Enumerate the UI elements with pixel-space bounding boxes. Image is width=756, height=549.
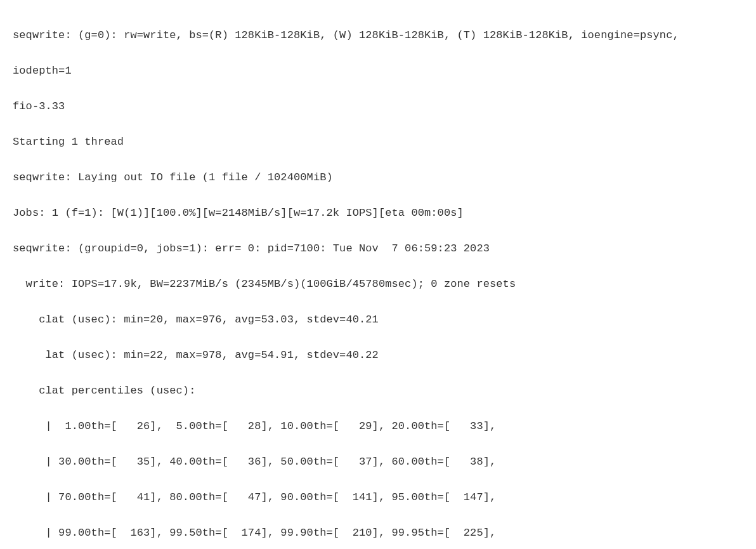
output-line: clat (usec): min=20, max=976, avg=53.03,… bbox=[13, 311, 743, 329]
output-line: | 70.00th=[ 41], 80.00th=[ 47], 90.00th=… bbox=[13, 489, 743, 506]
output-line: Starting 1 thread bbox=[13, 133, 743, 151]
output-line: write: IOPS=17.9k, BW=2237MiB/s (2345MB/… bbox=[13, 275, 743, 293]
output-line: | 99.00th=[ 163], 99.50th=[ 174], 99.90t… bbox=[13, 524, 743, 542]
fio-output-block: seqwrite: (g=0): rw=write, bs=(R) 128KiB… bbox=[13, 9, 743, 549]
output-line: | 1.00th=[ 26], 5.00th=[ 28], 10.00th=[ … bbox=[13, 418, 743, 435]
output-line: seqwrite: Laying out IO file (1 file / 1… bbox=[13, 169, 743, 187]
output-line: iodepth=1 bbox=[13, 62, 743, 80]
output-line: fio-3.33 bbox=[13, 98, 743, 116]
output-line: lat (usec): min=22, max=978, avg=54.91, … bbox=[13, 347, 743, 364]
output-line: Jobs: 1 (f=1): [W(1)][100.0%][w=2148MiB/… bbox=[13, 204, 743, 222]
output-line: seqwrite: (groupid=0, jobs=1): err= 0: p… bbox=[13, 240, 743, 258]
output-line: clat percentiles (usec): bbox=[13, 382, 743, 400]
output-line: seqwrite: (g=0): rw=write, bs=(R) 128KiB… bbox=[13, 27, 743, 44]
output-line: | 30.00th=[ 35], 40.00th=[ 36], 50.00th=… bbox=[13, 453, 743, 471]
